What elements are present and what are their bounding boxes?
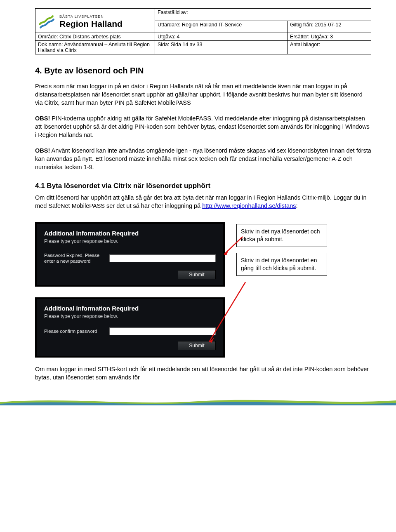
section-4-1-p-pre: Om ditt lösenord har upphört att gälla s… bbox=[35, 194, 367, 209]
obs-label: OBS! bbox=[35, 115, 50, 122]
submit-button-2[interactable]: Submit bbox=[178, 341, 216, 350]
header-sida: Sida: Sida 14 av 33 bbox=[155, 41, 288, 54]
dialog1-title: Additional Information Required bbox=[37, 224, 223, 238]
dialogs-row: Additional Information Required Please t… bbox=[35, 222, 371, 358]
callout-2: Skriv in det nya lösenordet en gång till… bbox=[236, 253, 327, 276]
logo-title: Region Halland bbox=[59, 19, 123, 28]
footer-wave-icon bbox=[0, 396, 396, 405]
header-giltig-fran: Giltig från: 2015-07-12 bbox=[288, 21, 371, 33]
header-utgava: Utgåva: 4 bbox=[155, 33, 288, 41]
header-dok-namn: Dok namn: Användarmanual – Ansluta till … bbox=[35, 41, 155, 54]
region-halland-logo-icon bbox=[38, 12, 57, 31]
header-omrade: Område: Citrix Distans arbetes plats bbox=[35, 33, 155, 41]
confirm-password-dialog: Additional Information Required Please t… bbox=[35, 297, 225, 358]
logo-subtitle: BÄSTA LIVSPLATSEN bbox=[59, 15, 123, 19]
obs-label-2: OBS! bbox=[35, 147, 50, 154]
section-4-1-p-post: : bbox=[296, 202, 297, 209]
section-4-1-p: Om ditt lösenord har upphört att gälla s… bbox=[35, 193, 371, 210]
callout-1: Skriv in det nya lösenordet och klicka p… bbox=[236, 224, 327, 247]
header-bilagor: Antal bilagor: bbox=[288, 41, 371, 54]
section-4-p1: Precis som när man loggar in på en dator… bbox=[35, 82, 371, 107]
header-faststalld: Fastställd av: bbox=[155, 9, 371, 21]
section-4-title: 4. Byte av lösenord och PIN bbox=[35, 66, 371, 75]
dialog2-label: Please confirm password bbox=[44, 328, 106, 334]
logo-cell: BÄSTA LIVSPLATSEN Region Halland bbox=[35, 9, 155, 33]
dialog2-title: Additional Information Required bbox=[37, 299, 223, 313]
section-4-p3-rest: Använt lösenord kan inte användas omgåen… bbox=[35, 147, 371, 170]
distans-link[interactable]: http://www.regionhalland.se/distans bbox=[202, 202, 296, 209]
section-4-p3: OBS! Använt lösenord kan inte användas o… bbox=[35, 146, 371, 171]
new-password-input[interactable] bbox=[109, 254, 216, 262]
dialog1-subtitle: Please type your response below. bbox=[37, 238, 223, 252]
submit-button-1[interactable]: Submit bbox=[178, 270, 216, 279]
header-ersatter: Ersätter: Utgåva: 3 bbox=[288, 33, 371, 41]
section-4-1-title: 4.1 Byta lösenordet via Citrix när lösen… bbox=[35, 182, 371, 190]
header-utfardare: Utfärdare: Region Halland IT-Service bbox=[155, 21, 288, 33]
dialog1-label: Password Expired, Please enter a new pas… bbox=[44, 252, 106, 264]
footer-paragraph: Om man loggar in med SITHS-kort och får … bbox=[35, 365, 371, 381]
section-4-p2-underline: PIN-koderna upphör aldrig att gälla för … bbox=[52, 115, 213, 122]
section-4-p2: OBS! PIN-koderna upphör aldrig att gälla… bbox=[35, 114, 371, 139]
confirm-password-input[interactable] bbox=[109, 327, 216, 335]
document-header-table: BÄSTA LIVSPLATSEN Region Halland Faststä… bbox=[35, 8, 371, 54]
dialog2-subtitle: Please type your response below. bbox=[37, 313, 223, 327]
password-expired-dialog: Additional Information Required Please t… bbox=[35, 222, 225, 287]
